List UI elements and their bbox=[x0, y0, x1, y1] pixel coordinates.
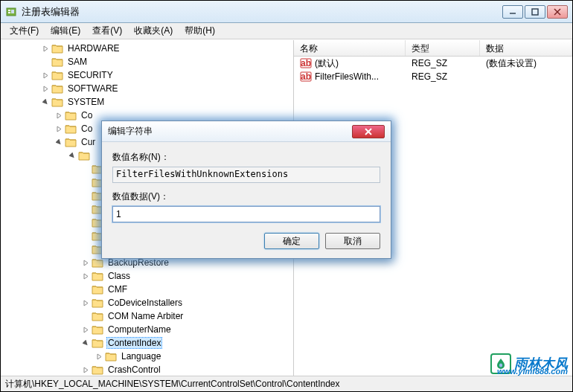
tree-row[interactable]: Class bbox=[1, 269, 293, 283]
tree-row[interactable]: CrashControl bbox=[1, 363, 293, 376]
expander-icon[interactable] bbox=[81, 285, 90, 294]
title-bar: 注册表编辑器 bbox=[1, 1, 572, 23]
tree-row[interactable]: Language bbox=[1, 350, 293, 363]
col-data[interactable]: 数据 bbox=[480, 40, 572, 56]
tree-label[interactable]: Language bbox=[120, 350, 162, 362]
expander-icon[interactable] bbox=[81, 205, 90, 213]
folder-icon bbox=[92, 298, 103, 308]
svg-rect-3 bbox=[11, 10, 14, 13]
menu-file[interactable]: 文件(F) bbox=[4, 23, 45, 39]
expander-icon[interactable] bbox=[81, 164, 90, 173]
folder-icon bbox=[92, 271, 103, 281]
tree-label[interactable]: HARDWARE bbox=[66, 42, 121, 54]
menu-favorites[interactable]: 收藏夹(A) bbox=[128, 23, 179, 39]
tree-label[interactable]: ComputerName bbox=[106, 324, 173, 335]
expander-icon[interactable] bbox=[54, 111, 63, 120]
menu-edit[interactable]: 编辑(E) bbox=[45, 23, 86, 39]
expander-icon[interactable] bbox=[81, 245, 90, 254]
dialog-close-button[interactable] bbox=[352, 125, 385, 138]
tree-label[interactable]: Co bbox=[80, 123, 94, 135]
expander-icon[interactable] bbox=[81, 298, 90, 307]
expander-icon[interactable] bbox=[54, 138, 63, 147]
folder-icon bbox=[51, 97, 63, 107]
folder-icon bbox=[92, 324, 103, 335]
tree-row[interactable]: CoDeviceInstallers bbox=[1, 296, 293, 309]
expander-icon[interactable] bbox=[95, 352, 103, 361]
expander-icon[interactable] bbox=[81, 365, 90, 374]
expander-icon[interactable] bbox=[41, 57, 50, 66]
tree-label[interactable]: SYSTEM bbox=[66, 96, 106, 108]
window-title: 注册表编辑器 bbox=[22, 5, 502, 19]
tree-row[interactable]: ComputerName bbox=[1, 323, 293, 336]
tree-row[interactable]: SAM bbox=[1, 55, 293, 68]
tree-label[interactable]: CoDeviceInstallers bbox=[106, 297, 184, 309]
expander-icon[interactable] bbox=[41, 71, 50, 80]
tree-label[interactable]: Co bbox=[80, 109, 94, 121]
watermark: 雨林木风 www.ylmf888.com bbox=[490, 353, 568, 374]
expander-icon[interactable] bbox=[81, 178, 90, 187]
menu-help[interactable]: 帮助(H) bbox=[179, 23, 221, 39]
tree-row[interactable]: COM Name Arbiter bbox=[1, 309, 293, 323]
tree-row[interactable]: HARDWARE bbox=[1, 42, 293, 55]
tree-row[interactable]: CMF bbox=[1, 283, 293, 296]
folder-icon bbox=[51, 70, 63, 80]
status-path: 计算机\HKEY_LOCAL_MACHINE\SYSTEM\CurrentCon… bbox=[5, 378, 340, 391]
tree-label[interactable]: COM Name Arbiter bbox=[106, 310, 185, 322]
col-name[interactable]: 名称 bbox=[294, 40, 406, 56]
ok-button[interactable]: 确定 bbox=[264, 233, 319, 249]
expander-icon[interactable] bbox=[41, 97, 50, 106]
menu-view[interactable]: 查看(V) bbox=[86, 23, 128, 39]
window-controls bbox=[502, 5, 568, 19]
folder-icon bbox=[65, 137, 77, 147]
maximize-button[interactable] bbox=[525, 5, 545, 19]
folder-icon bbox=[105, 351, 117, 362]
folder-icon bbox=[78, 150, 90, 161]
svg-text:ab: ab bbox=[301, 71, 311, 82]
expander-icon[interactable] bbox=[81, 191, 90, 200]
expander-icon[interactable] bbox=[81, 231, 90, 240]
tree-label[interactable]: Class bbox=[106, 270, 132, 282]
expander-icon[interactable] bbox=[81, 218, 90, 227]
tree-label[interactable]: SECURITY bbox=[66, 69, 115, 81]
tree-label[interactable]: CMF bbox=[106, 283, 129, 295]
menu-bar: 文件(F) 编辑(E) 查看(V) 收藏夹(A) 帮助(H) bbox=[1, 23, 572, 39]
expander-icon[interactable] bbox=[81, 325, 90, 334]
tree-label[interactable]: SAM bbox=[66, 56, 89, 68]
expander-icon[interactable] bbox=[81, 258, 90, 267]
folder-icon bbox=[92, 284, 103, 295]
expander-icon[interactable] bbox=[54, 124, 63, 133]
tree-label[interactable]: Cur bbox=[80, 136, 97, 148]
col-type[interactable]: 类型 bbox=[406, 40, 480, 56]
dialog-title-bar[interactable]: 编辑字符串 bbox=[102, 121, 391, 142]
expander-icon[interactable] bbox=[41, 84, 50, 93]
tree-label[interactable]: ContentIndex bbox=[106, 337, 162, 349]
tree-row[interactable]: SYSTEM bbox=[1, 95, 293, 109]
folder-icon bbox=[92, 338, 103, 348]
value-data: (数值未设置) bbox=[480, 57, 572, 70]
expander-icon[interactable] bbox=[68, 151, 77, 160]
expander-icon[interactable] bbox=[81, 312, 90, 321]
tree-label[interactable]: SOFTWARE bbox=[66, 83, 120, 94]
folder-icon bbox=[51, 57, 63, 67]
status-bar: 计算机\HKEY_LOCAL_MACHINE\SYSTEM\CurrentCon… bbox=[1, 376, 572, 392]
folder-icon bbox=[92, 364, 103, 375]
minimize-button[interactable] bbox=[502, 5, 523, 19]
folder-icon bbox=[51, 43, 63, 54]
tree-label[interactable] bbox=[93, 155, 96, 156]
value-data-input[interactable] bbox=[112, 206, 380, 222]
edit-string-dialog: 编辑字符串 数值名称(N)： FilterFilesWithUnknownExt… bbox=[101, 121, 391, 259]
tree-row[interactable]: ContentIndex bbox=[1, 336, 293, 350]
tree-label[interactable]: CrashControl bbox=[106, 364, 162, 376]
dialog-buttons: 确定 取消 bbox=[112, 233, 380, 249]
expander-icon[interactable] bbox=[41, 44, 50, 53]
cancel-button[interactable]: 取消 bbox=[325, 233, 380, 249]
folder-icon bbox=[65, 123, 77, 134]
list-row[interactable]: abFilterFilesWith...REG_SZ bbox=[294, 70, 572, 83]
list-row[interactable]: ab(默认)REG_SZ(数值未设置) bbox=[294, 57, 572, 70]
expander-icon[interactable] bbox=[81, 271, 90, 280]
close-button[interactable] bbox=[547, 5, 568, 19]
tree-row[interactable]: SOFTWARE bbox=[1, 82, 293, 95]
expander-icon[interactable] bbox=[81, 338, 90, 347]
tree-row[interactable]: SECURITY bbox=[1, 68, 293, 82]
svg-rect-5 bbox=[532, 9, 538, 15]
